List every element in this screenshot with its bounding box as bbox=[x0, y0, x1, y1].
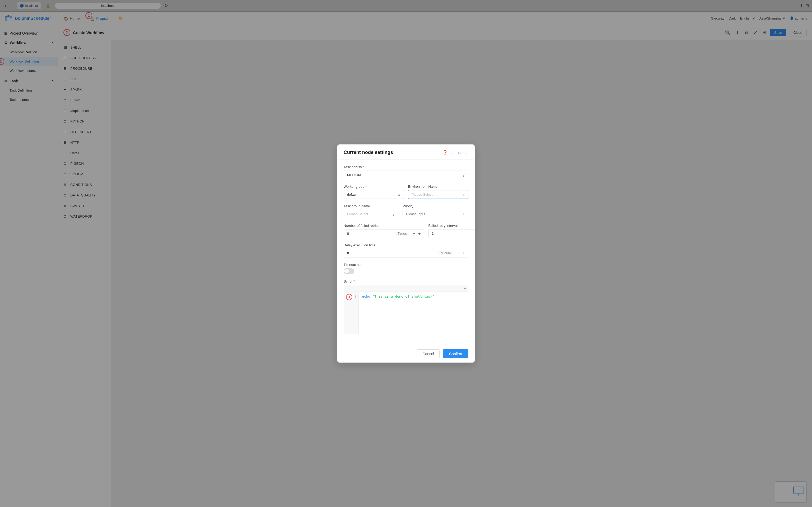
task-priority-label: Task priority * bbox=[344, 165, 468, 169]
timeout-toggle[interactable] bbox=[344, 268, 354, 274]
retries-minus[interactable]: − bbox=[412, 232, 416, 236]
retry-interval-label: Failed retry interval bbox=[428, 224, 475, 228]
help-icon: ❓ bbox=[443, 150, 448, 155]
retry-interval-input[interactable] bbox=[429, 229, 475, 238]
task-group-select[interactable]: Please Select ∨ bbox=[344, 210, 398, 218]
failed-retries-label: Number of failed retries bbox=[344, 224, 424, 228]
script-collapse-btn[interactable]: − bbox=[464, 286, 466, 290]
delay-unit: Minute bbox=[438, 251, 454, 255]
priority-input-wrapper: − + bbox=[403, 210, 468, 218]
code-command: echo bbox=[362, 294, 372, 298]
confirm-button[interactable]: Confirm bbox=[443, 349, 468, 358]
script-area: − 4 1 echo "This is a demo of shell task… bbox=[344, 285, 468, 334]
retries-unit: Times bbox=[395, 232, 409, 235]
annotation-4: 4 bbox=[346, 294, 352, 300]
worker-group-select[interactable]: default ∨ bbox=[344, 190, 404, 199]
delay-minus[interactable]: − bbox=[456, 251, 460, 256]
task-group-placeholder: Please Select bbox=[347, 212, 368, 216]
delay-plus[interactable]: + bbox=[461, 251, 466, 256]
task-group-label: Task group name bbox=[344, 204, 398, 208]
code-string: "This is a demo of shell task" bbox=[372, 294, 434, 298]
env-name-placeholder: Please Select bbox=[412, 192, 433, 196]
task-priority-select-wrapper: MEDIUM ∨ bbox=[344, 171, 468, 179]
script-code[interactable]: echo "This is a demo of shell task" bbox=[359, 292, 468, 334]
delay-execution-wrapper: Minute − + bbox=[344, 249, 468, 258]
worker-chevron: ∨ bbox=[398, 193, 400, 196]
instructions-link[interactable]: ❓ Instructions bbox=[443, 150, 468, 155]
modal-overlay: Current node settings ❓ Instructions Tas… bbox=[0, 0, 812, 507]
timeout-alarm-label: Timeout alarm bbox=[344, 263, 468, 267]
failed-retries-input[interactable] bbox=[344, 229, 395, 238]
priority-plus[interactable]: + bbox=[461, 212, 466, 216]
delay-controls: − + bbox=[454, 251, 468, 256]
retry-interval-wrapper: Minute − + bbox=[428, 229, 475, 238]
task-priority-row: Task priority * MEDIUM ∨ bbox=[344, 165, 468, 179]
timeout-toggle-wrapper bbox=[344, 268, 468, 274]
cancel-button[interactable]: Cancel bbox=[417, 349, 440, 358]
modal-header: Current node settings ❓ Instructions bbox=[337, 145, 475, 160]
priority-select-chevron: ∨ bbox=[463, 173, 465, 177]
priority-minus[interactable]: − bbox=[456, 212, 460, 216]
failed-retries-wrapper: Times − + bbox=[344, 229, 424, 238]
modal-dialog: Current node settings ❓ Instructions Tas… bbox=[337, 145, 475, 362]
script-header-bar: − bbox=[344, 285, 468, 292]
delay-execution-row: Delay execution time Minute − + bbox=[344, 243, 468, 258]
environment-name-select[interactable]: Please Select ∨ bbox=[408, 190, 468, 199]
worker-group-value: default bbox=[347, 192, 357, 196]
retry-interval-col: Failed retry interval Minute − + bbox=[428, 224, 475, 238]
task-priority-select[interactable]: MEDIUM ∨ bbox=[344, 171, 468, 179]
retries-plus[interactable]: + bbox=[417, 232, 421, 236]
required-star-priority: * bbox=[363, 165, 364, 169]
task-group-priority-row: Task group name Please Select ∨ Priority bbox=[344, 204, 468, 218]
script-label: Script * bbox=[344, 279, 468, 283]
modal-body: Task priority * MEDIUM ∨ Worker group * bbox=[337, 160, 475, 345]
env-chevron: ∨ bbox=[463, 193, 465, 196]
instructions-label: Instructions bbox=[449, 151, 468, 155]
retries-interval-row: Number of failed retries Times − + Faile… bbox=[344, 224, 468, 238]
failed-retries-col: Number of failed retries Times − + bbox=[344, 224, 424, 238]
required-star-script: * bbox=[353, 279, 355, 283]
priority-input[interactable] bbox=[403, 210, 454, 218]
script-row: Script * − 4 1 echo "This i bbox=[344, 279, 468, 334]
script-editor: 4 1 echo "This is a demo of shell task" bbox=[344, 292, 468, 334]
priority-label-field: Priority bbox=[403, 204, 468, 208]
env-name-select-wrapper: Please Select ∨ bbox=[408, 190, 468, 199]
priority-col: Priority − + bbox=[403, 204, 468, 218]
delay-execution-label: Delay execution time bbox=[344, 243, 468, 247]
required-star-worker: * bbox=[365, 184, 367, 188]
env-name-label: Environment Name bbox=[408, 184, 468, 188]
modal-title: Current node settings bbox=[344, 150, 393, 155]
script-line-numbers: 4 1 bbox=[344, 292, 359, 334]
env-name-col: Environment Name Please Select ∨ bbox=[408, 184, 468, 199]
timeout-alarm-row: Timeout alarm bbox=[344, 263, 468, 274]
modal-footer: Cancel Confirm bbox=[337, 345, 475, 362]
task-group-chevron: ∨ bbox=[393, 212, 395, 216]
worker-env-row: Worker group * default ∨ Environment Nam… bbox=[344, 184, 468, 199]
worker-group-col: Worker group * default ∨ bbox=[344, 184, 404, 199]
worker-group-select-wrapper: default ∨ bbox=[344, 190, 404, 199]
priority-controls: − + bbox=[454, 212, 468, 216]
delay-execution-input[interactable] bbox=[344, 249, 438, 257]
task-group-col: Task group name Please Select ∨ bbox=[344, 204, 398, 218]
task-group-select-wrapper: Please Select ∨ bbox=[344, 210, 398, 218]
retries-controls: − + bbox=[409, 232, 424, 236]
worker-group-label: Worker group * bbox=[344, 184, 404, 188]
task-priority-value: MEDIUM bbox=[347, 173, 361, 177]
